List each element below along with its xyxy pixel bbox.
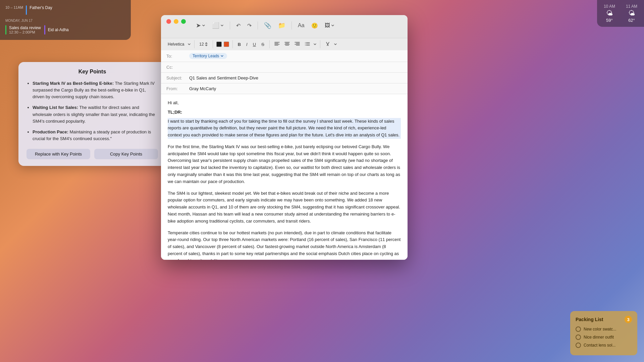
from-label: From: (166, 86, 186, 91)
packing-item-3: Contact lens sol... (576, 343, 632, 348)
key-points-title: Key Points (26, 69, 158, 75)
packing-item-1: New color swatc... (576, 326, 632, 332)
list-icon (305, 42, 310, 46)
undo-icon: ↶ (236, 22, 240, 29)
cc-field-row[interactable]: Cc: (161, 62, 408, 73)
subject-label: Subject: (166, 75, 186, 80)
kp2-bold: Waiting List for Sales: (33, 105, 78, 110)
email-compose-window: ➤ ⬜ ↶ ↷ 📎 (161, 15, 408, 260)
packing-list-title: Packing List (576, 317, 603, 322)
key-points-panel: Key Points Starling Mark IV as Best-Sell… (18, 62, 166, 166)
packing-checkbox-1[interactable] (576, 326, 581, 332)
from-field-row: From: Gray McCarty (161, 83, 408, 94)
layout-button[interactable]: ⬜ (210, 20, 226, 31)
attach-button[interactable]: 📎 (262, 20, 273, 31)
packing-text-2: Nice dinner outfit (584, 335, 614, 340)
toolbar-divider-3 (291, 21, 292, 29)
attach-icon: 📎 (264, 22, 271, 29)
weather-icon-1: 🌤 (606, 9, 613, 17)
window-close-button[interactable] (166, 19, 171, 24)
weather-time-2: 11 AM (626, 4, 637, 9)
to-label: To: (166, 54, 186, 59)
to-chip-chevron (220, 54, 224, 58)
text-color-swatch[interactable] (216, 42, 222, 47)
font-size-input[interactable]: 12 (198, 41, 209, 47)
email-greeting: Hi all, (168, 100, 401, 106)
packing-text-1: New color swatc... (584, 327, 616, 331)
toolbar-divider-1 (230, 21, 230, 29)
align-right-icon (294, 42, 300, 46)
font-icon: Aa (298, 22, 305, 28)
italic-button[interactable]: I (245, 41, 249, 48)
key-points-list: Starling Mark IV as Best-Selling E-bike:… (26, 80, 158, 142)
kp1-bold: Starling Mark IV as Best-Selling E-bike: (33, 81, 114, 86)
cal-event-2: Eid al-Adha (48, 27, 69, 32)
align-left-button[interactable] (273, 41, 281, 48)
packing-checkbox-3[interactable] (576, 343, 581, 348)
weather-icon-2: 🌤 (628, 9, 635, 17)
email-para-1: I want to start by thanking each of you … (168, 118, 401, 139)
weather-time-1: 10 AM (604, 4, 615, 9)
send-chevron-icon (202, 24, 205, 27)
strikethrough-button[interactable]: S (260, 41, 266, 48)
email-body[interactable]: Hi all, TL;DR: I want to start by thanki… (161, 94, 408, 260)
list-button[interactable] (303, 41, 311, 48)
font-family-select[interactable]: Helvetica (166, 41, 185, 47)
subject-value[interactable]: Q1 Sales and Sentiment Deep-Dive (189, 75, 258, 80)
more-format-button[interactable] (324, 41, 332, 48)
align-right-button[interactable] (293, 41, 301, 48)
replace-key-points-button[interactable]: Replace with Key Points (26, 149, 90, 159)
align-center-button[interactable] (283, 41, 291, 48)
more-format-chevron (334, 43, 337, 46)
folder-icon: 📁 (278, 22, 285, 29)
photo-chevron-icon (331, 24, 334, 27)
underline-button[interactable]: U (251, 41, 258, 48)
send-icon: ➤ (196, 22, 201, 29)
redo-button[interactable]: ↷ (245, 21, 254, 30)
to-chip[interactable]: Territory Leads (189, 53, 227, 59)
cal-event-1: Father's Day (30, 5, 52, 10)
window-minimize-button[interactable] (174, 19, 178, 24)
font-size-value: 12 (199, 42, 204, 47)
highlight-color-swatch[interactable] (224, 42, 229, 47)
photo-icon: 🖼 (325, 22, 330, 28)
email-para-3: The SM4 is our lightest, sleekest model … (168, 190, 401, 225)
email-fields: To: Territory Leads Cc: Subject: Q1 Sale… (161, 50, 408, 94)
emoji-button[interactable]: 🙂 (309, 21, 320, 30)
from-value: Gray McCarty (189, 86, 216, 91)
redo-icon: ↷ (247, 22, 252, 29)
font-family-chevron (187, 43, 191, 46)
cc-label: Cc: (166, 65, 186, 70)
weather-temp-1: 59° (606, 18, 613, 23)
kp3-bold: Production Pace: (33, 129, 68, 134)
align-center-icon (284, 42, 290, 46)
weather-widget: 10 AM 🌤 59° 11 AM 🌤 62° (597, 0, 644, 27)
to-field-row: To: Territory Leads (161, 50, 408, 62)
toolbar-divider-2 (258, 21, 258, 29)
calendar-widget: 10 – 11AM Father's Day MONDAY, JUN 17 Sa… (0, 0, 131, 40)
subject-field-row: Subject: Q1 Sales and Sentiment Deep-Div… (161, 73, 408, 83)
font-button[interactable]: Aa (296, 21, 307, 30)
photo-button[interactable]: 🖼 (323, 21, 336, 30)
undo-button[interactable]: ↶ (234, 21, 243, 30)
key-point-2: Waiting List for Sales: The waitlist for… (33, 104, 158, 124)
send-button[interactable]: ➤ (194, 20, 207, 31)
key-point-1: Starling Mark IV as Best-Selling E-bike:… (33, 80, 158, 100)
align-left-icon (274, 42, 280, 46)
cal-date-label: MONDAY, JUN 17 (5, 19, 125, 22)
window-maximize-button[interactable] (181, 19, 186, 24)
bold-button[interactable]: B (236, 41, 243, 48)
list-chevron-icon (313, 43, 317, 46)
emoji-icon: 🙂 (311, 22, 318, 29)
folder-button[interactable]: 📁 (276, 20, 287, 31)
email-title-bar: ➤ ⬜ ↶ ↷ 📎 (161, 15, 408, 38)
copy-key-points-button[interactable]: Copy Key Points (94, 149, 158, 159)
weather-temp-2: 62° (628, 18, 635, 23)
more-format-icon (325, 42, 330, 46)
packing-item-2: Nice dinner outfit (576, 335, 632, 340)
format-bar: Helvetica 12 B I U S (161, 38, 408, 50)
desktop-background: 10 – 11AM Father's Day MONDAY, JUN 17 Sa… (0, 0, 644, 362)
packing-list-widget: Packing List 3 New color swatc... Nice d… (570, 311, 637, 355)
email-para-4: Temperate cities continue to be our hott… (168, 230, 401, 260)
packing-checkbox-2[interactable] (576, 335, 581, 340)
